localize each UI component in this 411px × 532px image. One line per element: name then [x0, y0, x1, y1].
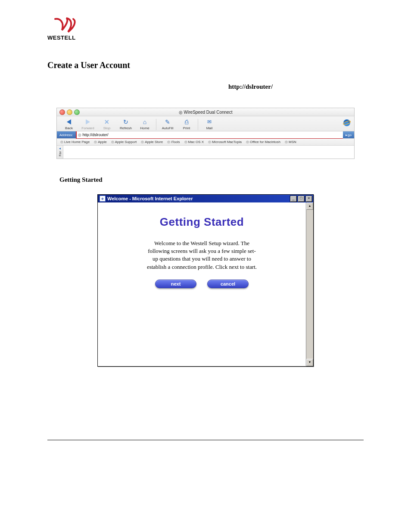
window-title: ◎WireSpeed Dual Connect [57, 110, 354, 115]
section-heading: Getting Started [59, 176, 364, 184]
cancel-button[interactable]: cancel [207, 280, 249, 288]
mail-icon: ✉ [207, 119, 212, 125]
scrollbar[interactable]: ▴ ▾ [306, 202, 313, 366]
address-favicon-icon: ◎ [78, 133, 81, 137]
go-button[interactable]: go [343, 131, 354, 138]
refresh-icon: ↻ [123, 118, 128, 125]
favorite-link[interactable]: ◎Apple Store [141, 140, 163, 144]
favorite-link[interactable]: ◎Live Home Page [60, 140, 90, 144]
stop-icon: ✕ [104, 118, 109, 125]
forward-arrow-icon [86, 119, 90, 124]
ie-logo-icon [342, 118, 352, 128]
win-titlebar: e Welcome - Microsoft Internet Explorer … [98, 195, 313, 202]
scroll-up-button[interactable]: ▴ [306, 202, 313, 210]
print-button[interactable]: ⎙ Print [177, 118, 196, 130]
footer-rule [47, 440, 364, 440]
instruction-url: http://dslrouter/ [228, 83, 364, 90]
forward-button[interactable]: Forward [78, 118, 97, 130]
maximize-button[interactable]: □ [298, 196, 305, 202]
autofill-icon: ✎ [165, 118, 170, 125]
home-icon: ⌂ [143, 118, 146, 125]
dialog-heading: Getting Started [111, 215, 293, 229]
westell-logo: WESTELL [47, 17, 82, 41]
mail-button[interactable]: ✉ Mail [200, 118, 219, 130]
favorite-link[interactable]: ◎Microsoft MacTopia [208, 140, 242, 144]
dialog-body-text: Welcome to the Westell Setup wizard. The… [146, 240, 258, 271]
print-icon: ⎙ [185, 118, 188, 125]
favorite-link[interactable]: ◎MSN [285, 140, 296, 144]
favorite-link[interactable]: ◎iTools [167, 140, 180, 144]
mac-titlebar: ◎WireSpeed Dual Connect [57, 108, 354, 116]
home-button[interactable]: ⌂ Home [135, 118, 154, 130]
back-button[interactable]: Back [59, 118, 78, 130]
minimize-button[interactable]: _ [290, 196, 297, 202]
dialog-content: Getting Started Welcome to the Westell S… [98, 202, 306, 366]
next-button[interactable]: next [155, 280, 196, 288]
logo-text: WESTELL [47, 34, 76, 41]
favorite-link[interactable]: ◎Office for Macintosh [246, 140, 280, 144]
win-title: e Welcome - Microsoft Internet Explorer [100, 196, 193, 202]
mac-toolbar: Back Forward ✕ Stop ↻ Refresh ⌂ Home ✎ A… [57, 116, 354, 131]
autofill-button[interactable]: ✎ AutoFill [158, 118, 177, 130]
address-input[interactable] [83, 133, 343, 137]
back-arrow-icon [67, 119, 71, 124]
address-label: Address: [57, 131, 76, 138]
mac-browser-window: ◎WireSpeed Dual Connect Back Forward ✕ S… [56, 108, 355, 159]
favorites-bar: ◎Live Home Page ◎Apple ◎Apple Support ◎A… [57, 139, 354, 146]
favorite-link[interactable]: ◎Mac OS X [184, 140, 204, 144]
collapse-icon: ◂ [59, 146, 61, 150]
scroll-down-button[interactable]: ▾ [306, 359, 313, 366]
stop-button[interactable]: ✕ Stop [97, 118, 116, 130]
address-bar[interactable]: ◎ [76, 131, 343, 139]
favorite-link[interactable]: ◎Apple Support [111, 140, 137, 144]
page-heading: Create a User Account [47, 60, 364, 70]
close-button[interactable]: × [305, 196, 312, 202]
favorite-link[interactable]: ◎Apple [94, 140, 106, 144]
ie-page-icon: e [100, 196, 106, 202]
refresh-button[interactable]: ↻ Refresh [116, 118, 135, 130]
win-browser-window: e Welcome - Microsoft Internet Explorer … [97, 194, 314, 367]
favorites-side-tab[interactable]: ◂ Fav [57, 146, 63, 159]
